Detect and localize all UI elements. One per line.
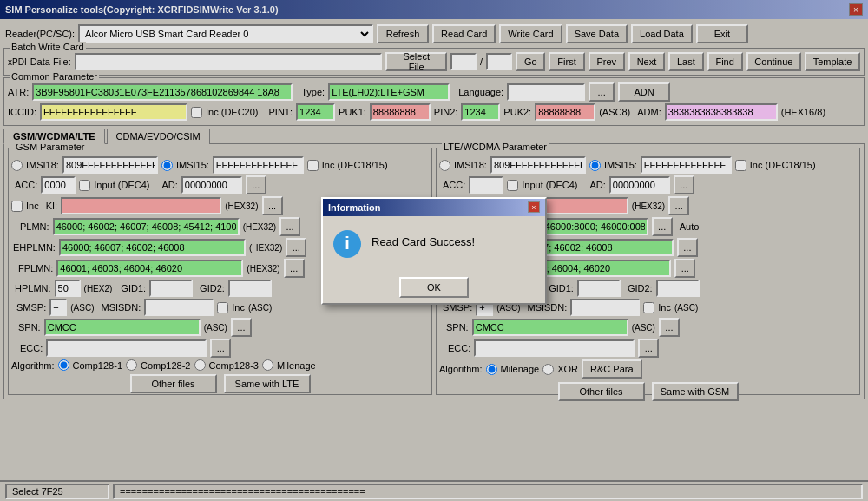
modal-info-icon: i: [333, 230, 361, 258]
modal-footer: OK: [323, 272, 545, 303]
modal-message: Read Card Success!: [372, 230, 475, 248]
modal-close-button[interactable]: ×: [528, 201, 540, 213]
modal-overlay: Information × i Read Card Success! OK: [0, 0, 868, 501]
modal-title: Information: [328, 202, 381, 213]
modal-titlebar: Information ×: [323, 199, 545, 216]
modal-ok-button[interactable]: OK: [399, 277, 469, 298]
modal-window: Information × i Read Card Success! OK: [321, 197, 547, 305]
modal-body: i Read Card Success!: [323, 216, 545, 272]
